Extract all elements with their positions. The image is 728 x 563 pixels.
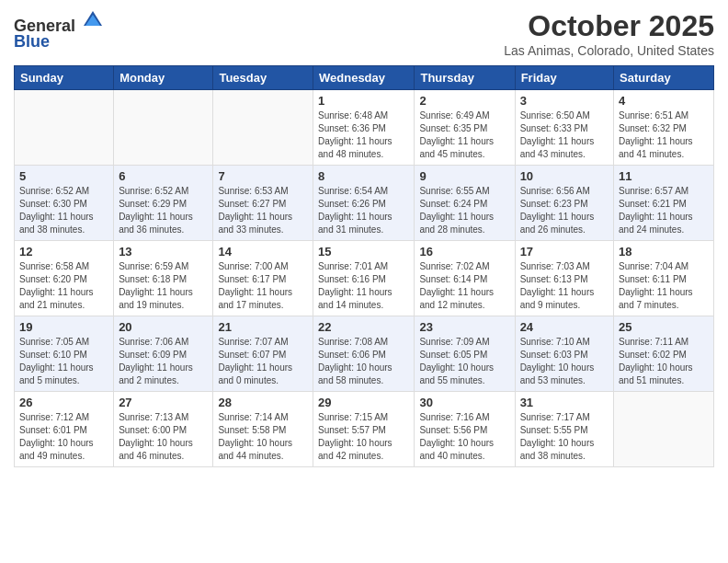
day-info: Sunrise: 7:05 AMSunset: 6:10 PMDaylight:…: [19, 336, 108, 387]
day-info: Sunrise: 7:11 AMSunset: 6:02 PMDaylight:…: [619, 336, 709, 387]
day-number: 6: [119, 169, 208, 183]
day-number: 1: [318, 94, 409, 108]
calendar-cell: 13Sunrise: 6:59 AMSunset: 6:18 PMDayligh…: [114, 241, 213, 316]
day-info: Sunrise: 7:12 AMSunset: 6:01 PMDaylight:…: [19, 411, 108, 463]
day-number: 23: [419, 320, 509, 334]
day-info: Sunrise: 7:10 AMSunset: 6:03 PMDaylight:…: [520, 336, 609, 387]
day-number: 11: [619, 169, 709, 183]
day-number: 29: [318, 396, 409, 409]
day-number: 18: [619, 245, 709, 259]
calendar-cell: 23Sunrise: 7:09 AMSunset: 6:05 PMDayligh…: [415, 316, 515, 392]
calendar-cell: 16Sunrise: 7:02 AMSunset: 6:14 PMDayligh…: [415, 241, 515, 316]
header: General Blue October 2025 Las Animas, Co…: [14, 9, 714, 58]
day-info: Sunrise: 6:52 AMSunset: 6:29 PMDaylight:…: [119, 185, 208, 236]
day-number: 24: [520, 320, 609, 334]
logo-icon: [82, 9, 104, 31]
day-info: Sunrise: 7:08 AMSunset: 6:06 PMDaylight:…: [318, 336, 409, 387]
day-info: Sunrise: 6:49 AMSunset: 6:35 PMDaylight:…: [419, 109, 509, 161]
day-info: Sunrise: 6:52 AMSunset: 6:30 PMDaylight:…: [19, 185, 108, 236]
calendar-cell: 22Sunrise: 7:08 AMSunset: 6:06 PMDayligh…: [313, 316, 415, 392]
weekday-header-saturday: Saturday: [614, 66, 714, 90]
calendar-cell: 2Sunrise: 6:49 AMSunset: 6:35 PMDaylight…: [415, 90, 515, 166]
day-number: 2: [419, 94, 509, 108]
calendar-cell: 28Sunrise: 7:14 AMSunset: 5:58 PMDayligh…: [213, 392, 313, 467]
day-info: Sunrise: 7:15 AMSunset: 5:57 PMDaylight:…: [318, 411, 409, 463]
weekday-header-wednesday: Wednesday: [313, 66, 415, 90]
calendar-cell: 7Sunrise: 6:53 AMSunset: 6:27 PMDaylight…: [213, 166, 313, 241]
location: Las Animas, Colorado, United States: [504, 43, 714, 58]
day-info: Sunrise: 6:59 AMSunset: 6:18 PMDaylight:…: [119, 260, 208, 312]
day-number: 13: [119, 245, 208, 259]
page: General Blue October 2025 Las Animas, Co…: [0, 0, 728, 481]
calendar-cell: 4Sunrise: 6:51 AMSunset: 6:32 PMDaylight…: [614, 90, 714, 166]
day-number: 9: [419, 169, 509, 183]
calendar-cell: 30Sunrise: 7:16 AMSunset: 5:56 PMDayligh…: [415, 392, 515, 467]
calendar-cell: 15Sunrise: 7:01 AMSunset: 6:16 PMDayligh…: [313, 241, 415, 316]
week-row-2: 5Sunrise: 6:52 AMSunset: 6:30 PMDaylight…: [15, 166, 714, 241]
day-number: 14: [218, 245, 308, 259]
day-info: Sunrise: 6:48 AMSunset: 6:36 PMDaylight:…: [318, 109, 409, 161]
calendar-cell: 26Sunrise: 7:12 AMSunset: 6:01 PMDayligh…: [15, 392, 114, 467]
calendar-cell: [614, 392, 714, 467]
day-number: 10: [520, 169, 609, 183]
day-number: 8: [318, 169, 409, 183]
day-info: Sunrise: 7:03 AMSunset: 6:13 PMDaylight:…: [520, 260, 609, 312]
week-row-4: 19Sunrise: 7:05 AMSunset: 6:10 PMDayligh…: [15, 316, 714, 392]
weekday-header-friday: Friday: [515, 66, 613, 90]
calendar-cell: 9Sunrise: 6:55 AMSunset: 6:24 PMDaylight…: [415, 166, 515, 241]
weekday-header-monday: Monday: [114, 66, 213, 90]
calendar-cell: 12Sunrise: 6:58 AMSunset: 6:20 PMDayligh…: [15, 241, 114, 316]
day-info: Sunrise: 7:14 AMSunset: 5:58 PMDaylight:…: [218, 411, 308, 463]
day-number: 31: [520, 396, 609, 409]
day-info: Sunrise: 7:07 AMSunset: 6:07 PMDaylight:…: [218, 336, 308, 387]
calendar-cell: 19Sunrise: 7:05 AMSunset: 6:10 PMDayligh…: [15, 316, 114, 392]
calendar-cell: [213, 90, 313, 166]
calendar-cell: 24Sunrise: 7:10 AMSunset: 6:03 PMDayligh…: [515, 316, 613, 392]
day-info: Sunrise: 7:02 AMSunset: 6:14 PMDaylight:…: [419, 260, 509, 312]
week-row-3: 12Sunrise: 6:58 AMSunset: 6:20 PMDayligh…: [15, 241, 714, 316]
day-info: Sunrise: 7:01 AMSunset: 6:16 PMDaylight:…: [318, 260, 409, 312]
day-info: Sunrise: 6:51 AMSunset: 6:32 PMDaylight:…: [619, 109, 709, 161]
day-number: 26: [19, 396, 108, 409]
logo: General Blue: [14, 9, 104, 52]
calendar-cell: 31Sunrise: 7:17 AMSunset: 5:55 PMDayligh…: [515, 392, 613, 467]
calendar-cell: 8Sunrise: 6:54 AMSunset: 6:26 PMDaylight…: [313, 166, 415, 241]
calendar-cell: 17Sunrise: 7:03 AMSunset: 6:13 PMDayligh…: [515, 241, 613, 316]
calendar-cell: 11Sunrise: 6:57 AMSunset: 6:21 PMDayligh…: [614, 166, 714, 241]
day-number: 21: [218, 320, 308, 334]
calendar-cell: 27Sunrise: 7:13 AMSunset: 6:00 PMDayligh…: [114, 392, 213, 467]
day-number: 5: [19, 169, 108, 183]
day-number: 3: [520, 94, 609, 108]
day-info: Sunrise: 6:50 AMSunset: 6:33 PMDaylight:…: [520, 109, 609, 161]
day-info: Sunrise: 7:13 AMSunset: 6:00 PMDaylight:…: [119, 411, 208, 463]
calendar-cell: 18Sunrise: 7:04 AMSunset: 6:11 PMDayligh…: [614, 241, 714, 316]
day-number: 20: [119, 320, 208, 334]
day-info: Sunrise: 7:16 AMSunset: 5:56 PMDaylight:…: [419, 411, 509, 463]
calendar-cell: 21Sunrise: 7:07 AMSunset: 6:07 PMDayligh…: [213, 316, 313, 392]
calendar-cell: 25Sunrise: 7:11 AMSunset: 6:02 PMDayligh…: [614, 316, 714, 392]
day-number: 16: [419, 245, 509, 259]
day-info: Sunrise: 6:54 AMSunset: 6:26 PMDaylight:…: [318, 185, 409, 236]
day-info: Sunrise: 6:53 AMSunset: 6:27 PMDaylight:…: [218, 185, 308, 236]
weekday-header-row: SundayMondayTuesdayWednesdayThursdayFrid…: [15, 66, 714, 90]
calendar-cell: 5Sunrise: 6:52 AMSunset: 6:30 PMDaylight…: [15, 166, 114, 241]
calendar-cell: [15, 90, 114, 166]
day-info: Sunrise: 7:04 AMSunset: 6:11 PMDaylight:…: [619, 260, 709, 312]
weekday-header-sunday: Sunday: [15, 66, 114, 90]
day-number: 28: [218, 396, 308, 409]
calendar-cell: 6Sunrise: 6:52 AMSunset: 6:29 PMDaylight…: [114, 166, 213, 241]
day-number: 4: [619, 94, 709, 108]
calendar: SundayMondayTuesdayWednesdayThursdayFrid…: [14, 65, 714, 467]
calendar-cell: [114, 90, 213, 166]
day-number: 27: [119, 396, 208, 409]
day-info: Sunrise: 6:55 AMSunset: 6:24 PMDaylight:…: [419, 185, 509, 236]
day-number: 22: [318, 320, 409, 334]
day-info: Sunrise: 6:57 AMSunset: 6:21 PMDaylight:…: [619, 185, 709, 236]
day-number: 30: [419, 396, 509, 409]
month-year: October 2025: [504, 9, 714, 43]
day-number: 15: [318, 245, 409, 259]
day-info: Sunrise: 7:00 AMSunset: 6:17 PMDaylight:…: [218, 260, 308, 312]
calendar-cell: 14Sunrise: 7:00 AMSunset: 6:17 PMDayligh…: [213, 241, 313, 316]
day-info: Sunrise: 6:56 AMSunset: 6:23 PMDaylight:…: [520, 185, 609, 236]
calendar-cell: 29Sunrise: 7:15 AMSunset: 5:57 PMDayligh…: [313, 392, 415, 467]
